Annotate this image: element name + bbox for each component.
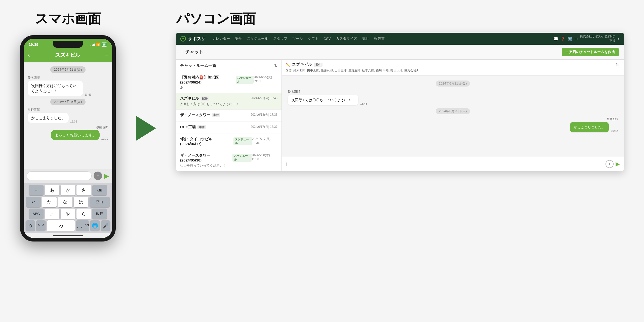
kb-ta-key[interactable]: た xyxy=(42,197,57,207)
mobile-chat-title: スズキビル xyxy=(55,52,80,58)
nav-staff[interactable]: スタッフ xyxy=(271,33,290,45)
signal-bar-3 xyxy=(93,44,94,46)
chat-item-name-4: 1階：タイヨウビル (2024/06/17) スケジュール xyxy=(180,137,252,146)
chat-window-title: ✏️ スズキビル 案件 xyxy=(286,62,418,67)
chat-item-top-4: 1階：タイヨウビル (2024/06/17) スケジュール 2024/6/17(… xyxy=(180,137,277,146)
kb-arrow-key[interactable]: → xyxy=(29,185,44,195)
case-badge-2: 案件 xyxy=(212,113,220,117)
nav-csv[interactable]: CSV xyxy=(321,33,333,45)
pc-sender-2: 星野五郎 xyxy=(607,117,618,121)
kb-punct-key[interactable]: 、。?! xyxy=(76,220,89,231)
chat-item-time-1: 2024/6/21(金) 13:43 xyxy=(251,96,277,100)
nav-report[interactable]: 報告書 xyxy=(372,33,387,45)
chat-item-top-3: CCC工場 案件 2024/6/17(月) 13:37 xyxy=(180,125,277,130)
kb-emoji-key[interactable]: ☺ xyxy=(26,220,35,231)
kb-undo-key[interactable]: ↩ xyxy=(26,197,41,207)
nav-calendar[interactable]: カレンダー xyxy=(210,33,232,45)
pc-sender-1: 鈴木四郎 xyxy=(288,90,618,94)
kb-mic-key[interactable]: 🎤 xyxy=(101,220,110,231)
mobile-time-3: 19:39 xyxy=(101,137,108,140)
case-badge-1: 案件 xyxy=(200,96,209,101)
arrow-section xyxy=(136,10,156,141)
iphone-inner: 19:39 📶 65 ‹ スズキビル ≡ xyxy=(24,39,112,238)
kb-backspace-key[interactable]: ⌫ xyxy=(92,185,107,195)
chat-item-5[interactable]: ザ・ノースタワー (2024/05/30) スケジュール 2024/5/30(木… xyxy=(176,150,281,171)
mobile-send-button[interactable]: ▶ xyxy=(104,172,109,180)
chat-icon[interactable]: 💬 xyxy=(553,36,558,41)
question-icon[interactable]: ❓ xyxy=(560,36,566,41)
mobile-message-3: 伊藤 五郎 19:39 よろしくお願いします。 xyxy=(28,126,108,140)
mobile-sender-1: 鈴木四郎 xyxy=(28,75,108,80)
mobile-text-input[interactable]: | xyxy=(27,171,92,180)
pc-bubble-row-2: 星野五郎 19:32 かしこまりました。 xyxy=(288,117,618,132)
kb-ha-key[interactable]: は xyxy=(74,197,88,207)
kb-a-key[interactable]: あ xyxy=(45,185,59,195)
refresh-button[interactable]: ↻ xyxy=(274,63,277,68)
kb-ka-key[interactable]: か xyxy=(61,185,75,195)
kb-enter-key[interactable]: 改行 xyxy=(92,209,107,219)
nav-dropdown-icon[interactable]: ▼ xyxy=(617,37,620,40)
create-room-button[interactable]: + 支店のチャットルームを作成 xyxy=(562,48,619,56)
nav-logo: サポスケ xyxy=(180,36,206,42)
chat-page-icon: □ xyxy=(181,50,183,54)
status-time: 19:39 xyxy=(29,42,38,47)
smartphone-title: スマホ画面 xyxy=(35,10,101,28)
chat-window-members: (9名) 鈴木四郎, 田中太郎, 佐藤次郎, 山田三郎, 星野五郎, 秋本六郎,… xyxy=(286,68,418,73)
kb-ma-key[interactable]: ま xyxy=(45,209,59,219)
smartphone-section: スマホ画面 19:39 📶 65 ‹ xyxy=(20,10,116,242)
chat-list-panel: チャットルーム一覧 ↻ 【緊急対応🚨】美浜区 (2024/06/24) スケジュ… xyxy=(176,60,282,171)
pc-window: サポスケ カレンダー 案件 スケジュール スタッフ ツール シフト CSV カス… xyxy=(176,33,624,171)
chat-item-name-2: ザ・ノースタワー 案件 xyxy=(180,113,220,117)
mobile-sender-3: 伊藤 五郎 xyxy=(96,126,108,129)
window-title-text: スズキビル xyxy=(292,62,312,67)
back-button[interactable]: ‹ xyxy=(28,51,30,59)
schedule-badge-0: スケジュール xyxy=(236,76,253,84)
settings-icon[interactable]: ⚙️ xyxy=(568,36,573,41)
kb-ra-key[interactable]: ら xyxy=(76,209,91,219)
nav-customize[interactable]: カスタマイズ xyxy=(333,33,359,45)
mobile-bubble-row-3: 伊藤 五郎 19:39 よろしくお願いします。 xyxy=(28,126,108,140)
nav-aggregate[interactable]: 集計 xyxy=(359,33,372,45)
pc-send-button[interactable]: ▶ xyxy=(616,161,620,167)
kb-ya-key[interactable]: や xyxy=(61,209,75,219)
window-trash-icon[interactable]: 🗑 xyxy=(616,62,620,67)
signal-bar-1 xyxy=(91,45,91,46)
keyboard-row-1: → あ か さ ⌫ xyxy=(25,185,111,195)
kb-abc-key[interactable]: ABC xyxy=(29,209,44,219)
hamburger-icon[interactable]: ≡ xyxy=(105,52,108,58)
kb-globe-key[interactable]: 🌐 xyxy=(90,220,100,231)
kb-sa-key[interactable]: さ xyxy=(76,185,91,195)
pc-navbar: サポスケ カレンダー 案件 スケジュール スタッフ ツール シフト CSV カス… xyxy=(176,33,624,45)
chat-item-2[interactable]: ザ・ノースタワー 案件 2024/6/18(火) 17:33 xyxy=(176,110,281,122)
chat-window-header-left: ✏️ スズキビル 案件 (9名) 鈴木四郎, 田中太郎, 佐藤次郎, 山田三郎,… xyxy=(286,62,418,73)
nav-cases[interactable]: 案件 xyxy=(232,33,245,45)
nav-schedule[interactable]: スケジュール xyxy=(245,33,271,45)
chat-item-top-5: ザ・ノースタワー (2024/05/30) スケジュール 2024/5/30(木… xyxy=(180,153,277,162)
chat-item-4[interactable]: 1階：タイヨウビル (2024/06/17) スケジュール 2024/6/17(… xyxy=(176,134,281,150)
keyboard-row-bottom: ☺ ＾＾ わ 、。?! 🌐 🎤 xyxy=(25,220,111,231)
pc-attach-button[interactable]: + xyxy=(606,160,614,168)
chat-item-0[interactable]: 【緊急対応🚨】美浜区 (2024/06/24) スケジュール 2024/6/25… xyxy=(176,72,281,93)
north-tower-2-name: ザ・ノースタワー (2024/05/30) xyxy=(180,153,231,162)
keyboard-row-3: ABC ま や ら 改行 xyxy=(25,209,111,219)
kb-caret-key[interactable]: ＾＾ xyxy=(36,220,46,231)
kb-na-key[interactable]: な xyxy=(58,197,72,207)
nav-tools[interactable]: ツール xyxy=(290,33,305,45)
chat-item-3[interactable]: CCC工場 案件 2024/6/17(月) 13:37 xyxy=(176,122,281,134)
nav-shift[interactable]: シフト xyxy=(305,33,321,45)
pc-date-2: 2024年6月25日(火) xyxy=(436,108,470,114)
mobile-add-button[interactable]: + xyxy=(94,172,102,180)
mobile-messages-area: 2024年6月21日(金) 鈴木四郎 次回行く方は〇〇もっていくようにに！！ 1… xyxy=(24,62,112,169)
right-arrow xyxy=(136,116,156,141)
signal-bar-4 xyxy=(94,44,95,46)
members-count: (9名) xyxy=(286,69,293,72)
mobile-chat-header: ‹ スズキビル ≡ xyxy=(24,49,112,62)
kb-wa-key[interactable]: わ xyxy=(47,220,75,231)
mobile-bubble-1: 次回行く方は〇〇もっていくようにに！！ xyxy=(28,80,83,96)
kb-space-key[interactable]: 空白 xyxy=(90,197,110,207)
chat-item-1[interactable]: スズキビル 案件 2024/6/21(金) 13:43 次回行く方は〇〇もってい… xyxy=(176,93,281,110)
home-bar xyxy=(53,235,83,236)
logout-icon[interactable]: ↪ xyxy=(575,36,578,41)
pc-text-input[interactable]: | xyxy=(286,162,603,166)
schedule-badge-4: スケジュール xyxy=(233,137,252,145)
